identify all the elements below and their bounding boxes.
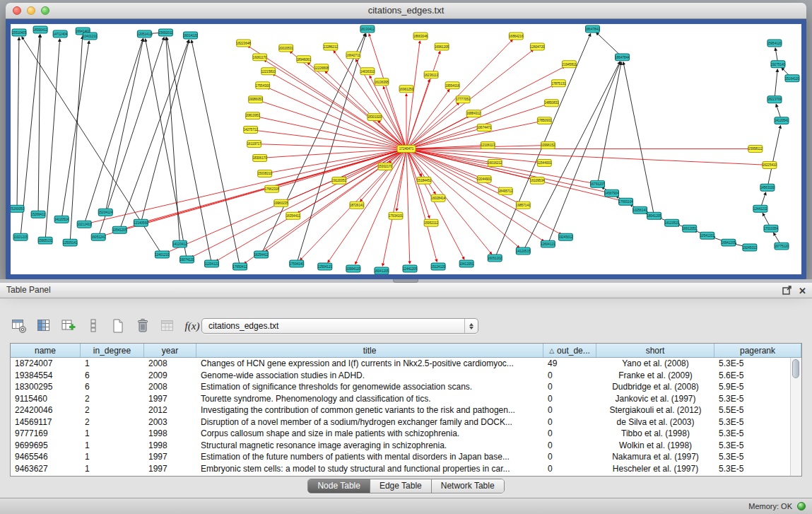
graph-node[interactable]: 15905131 <box>38 237 53 244</box>
graph-node[interactable]: 17875131 <box>551 80 566 87</box>
destroy-table-icon[interactable] <box>134 317 152 335</box>
graph-node[interactable]: 14120515 <box>516 247 531 255</box>
graph-node[interactable]: 18726141 <box>350 201 365 209</box>
show-column-icon[interactable] <box>35 317 53 335</box>
graph-node[interactable]: 20020531 <box>278 45 293 52</box>
graph-node[interactable]: 16225410 <box>763 161 777 168</box>
table-row[interactable]: 2242004622012Investigating the contribut… <box>11 404 790 416</box>
graph-node[interactable]: 19857141 <box>516 201 531 209</box>
row-tools-icon[interactable] <box>84 317 102 335</box>
close-panel-icon[interactable]: ✕ <box>799 286 806 296</box>
graph-node[interactable]: 15302170 <box>378 163 393 170</box>
graph-node[interactable]: 17594140 <box>290 260 305 267</box>
column-header-year[interactable]: year <box>144 344 196 357</box>
column-header-out-de-[interactable]: △out_de... <box>543 344 596 357</box>
scrollbar-thumb[interactable] <box>792 359 799 378</box>
graph-node[interactable]: 10401210 <box>83 33 98 40</box>
graph-node[interactable]: 12505141 <box>63 239 78 246</box>
graph-node[interactable]: 10996152 <box>541 142 555 149</box>
new-table-icon[interactable] <box>109 317 127 335</box>
graph-node[interactable]: 12226808 <box>314 64 329 71</box>
graph-node[interactable]: 21945811 <box>562 61 577 68</box>
column-header-name[interactable]: name <box>11 344 81 357</box>
graph-node[interactable]: 10256141 <box>632 206 647 214</box>
graph-node[interactable]: 18306170 <box>252 154 267 161</box>
graph-node[interactable]: 16109534 <box>530 177 545 184</box>
vertical-scrollbar[interactable] <box>790 358 801 476</box>
graph-node[interactable]: 17650412 <box>233 263 247 270</box>
table-row[interactable]: 1938455462009Genome-wide association stu… <box>11 370 790 382</box>
graph-node[interactable]: 15692011 <box>158 29 173 36</box>
graph-node[interactable]: 15954120 <box>767 40 782 47</box>
graph-node[interactable]: 14567904 <box>604 189 619 197</box>
graph-node[interactable]: 12441205 <box>403 265 418 272</box>
graph-node[interactable]: 16884312 <box>466 110 481 117</box>
window-titlebar[interactable]: citations_edges.txt <box>6 3 806 19</box>
column-header-pagerank[interactable]: pagerank <box>714 344 801 357</box>
function-builder-icon[interactable]: f(x) <box>183 317 201 335</box>
graph-node[interactable]: 17010354 <box>764 225 779 232</box>
graph-node[interactable]: 16051202 <box>488 255 502 262</box>
graph-node[interactable]: 16236113 <box>424 71 439 78</box>
graph-node[interactable]: 15269412 <box>31 211 46 218</box>
table-row[interactable]: 969969511998Structural magnetic resonanc… <box>11 440 790 452</box>
graph-node[interactable]: 16941205 <box>722 239 736 246</box>
graph-node[interactable]: 18946061 <box>297 56 312 63</box>
graph-node[interactable]: 19086053 <box>248 96 263 103</box>
graph-node[interactable]: 11204121 <box>204 260 219 267</box>
graph-node[interactable]: 16051241 <box>91 233 106 240</box>
graph-node[interactable]: 15510405 <box>12 29 27 36</box>
table-row[interactable]: 946554611997Estimation of the future num… <box>11 451 790 463</box>
table-row[interactable]: 1830029562008Estimation of significance … <box>11 381 790 393</box>
table-row[interactable]: 1456911722003Disruption of a novel membe… <box>11 416 790 428</box>
graph-node[interactable]: 14636310 <box>360 68 375 75</box>
float-panel-icon[interactable] <box>782 286 792 296</box>
graph-node[interactable]: 16061170 <box>253 54 268 61</box>
graph-node[interactable]: 19245013 <box>743 244 758 251</box>
graph-node[interactable]: 10994120 <box>346 265 361 272</box>
graph-node[interactable]: 16354411 <box>286 212 301 219</box>
graph-node[interactable]: 18041205 <box>647 212 661 219</box>
graph-node[interactable]: 12051412 <box>137 30 152 37</box>
column-header-short[interactable]: short <box>596 344 714 357</box>
graph-node[interactable]: 17850931 <box>537 117 552 124</box>
graph-node[interactable]: 12215810 <box>261 68 276 75</box>
graph-node[interactable]: 15952112 <box>424 219 439 226</box>
graph-node[interactable]: 22286212 <box>324 43 339 50</box>
graph-node[interactable]: 10674471 <box>477 124 492 132</box>
graph-node[interactable]: 16642711 <box>346 52 361 59</box>
graph-node[interactable]: 15184451 <box>417 177 432 184</box>
graph-node[interactable]: 18301020 <box>367 114 382 121</box>
graph-node[interactable]: 16961205 <box>435 43 449 50</box>
graph-node[interactable]: 18130412 <box>360 25 375 33</box>
graph-node[interactable]: 17693104 <box>618 198 633 205</box>
graph-node[interactable]: 17554300 <box>255 82 270 89</box>
graph-node[interactable]: 18495712 <box>498 187 513 194</box>
graph-node[interactable]: 10541205 <box>112 226 127 233</box>
graph-node[interactable]: 14275712 <box>243 127 258 134</box>
graph-node[interactable]: 17240471 <box>397 146 416 153</box>
graph-node[interactable]: 14563100 <box>760 184 775 191</box>
table-row[interactable]: 946362711997Embryonic stem cells: a mode… <box>11 463 790 475</box>
graph-node[interactable]: 14712404 <box>53 30 68 37</box>
graph-node[interactable]: 12604121 <box>541 240 555 247</box>
graph-node[interactable]: 17777051 <box>456 96 471 103</box>
graph-node[interactable]: 15958112 <box>748 146 763 153</box>
graph-node[interactable]: 14120514 <box>54 216 69 223</box>
graph-node[interactable]: 16791207 <box>590 180 605 187</box>
table-select-combobox[interactable]: citations_edges.txt <box>201 318 478 334</box>
graph-node[interactable]: 20813951 <box>245 112 260 119</box>
graph-node[interactable]: 19120351 <box>332 177 347 184</box>
tab-network-table[interactable]: Network Table <box>431 479 504 493</box>
graph-node[interactable]: 15124120 <box>431 263 446 270</box>
table-row[interactable]: 977716911998Corpus callosum shape and si… <box>11 428 790 440</box>
graph-node[interactable]: 18647844 <box>615 54 630 61</box>
table-options-icon[interactable] <box>10 317 28 335</box>
graph-node[interactable]: 16961250 <box>399 86 414 93</box>
graph-node[interactable]: 15038210 <box>257 170 272 177</box>
graph-node[interactable]: 11544001 <box>537 159 552 166</box>
graph-node[interactable]: 16014120 <box>183 32 198 39</box>
table-row[interactable]: 1872400712008Changes of HCN gene express… <box>11 358 790 370</box>
graph-node[interactable]: 10212410 <box>77 221 92 228</box>
graph-node[interactable]: 16041205 <box>375 267 389 274</box>
